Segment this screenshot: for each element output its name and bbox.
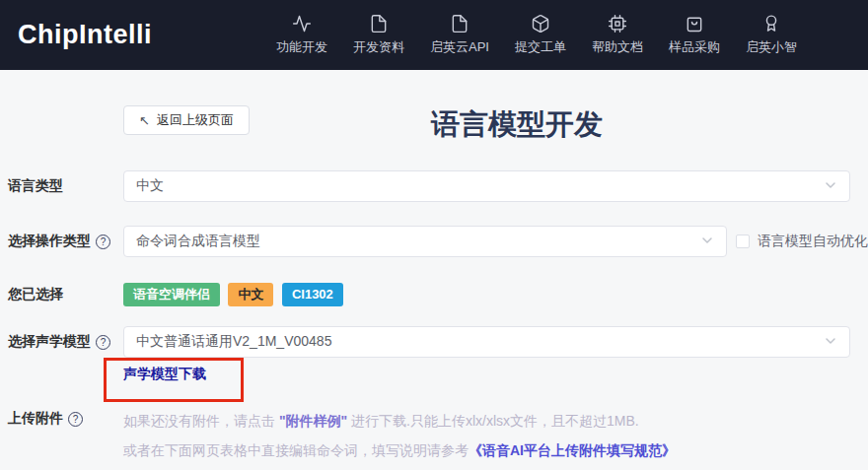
auto-optimize-checkbox-group[interactable]: 语言模型自动优化: [736, 233, 868, 250]
nav-item-label: 功能开发: [276, 38, 327, 56]
row-language-type: 语言类型 中文: [0, 170, 868, 202]
upload-spec-link[interactable]: 《语音AI平台上传附件填写规范》: [469, 442, 676, 458]
back-button[interactable]: ↖ 返回上级页面: [123, 105, 250, 135]
cpu-icon: [608, 14, 627, 34]
nav-item-dev-docs[interactable]: 开发资料: [353, 14, 404, 56]
nav-item-label: 帮助文档: [592, 38, 643, 56]
activity-icon: [292, 14, 312, 34]
language-type-value: 中文: [136, 177, 164, 195]
nav-item-cloud-api[interactable]: 启英云API: [430, 14, 489, 56]
upload-label: 上传附件 ?: [8, 410, 123, 428]
row-selected: 您已选择 语音空调伴侣 中文 CI1302: [0, 283, 868, 306]
row-acoustic-model: 选择声学模型 ? 中文普通话通用V2_1M_V00485: [0, 326, 868, 358]
arrow-up-left-icon: ↖: [139, 113, 150, 128]
language-type-select[interactable]: 中文: [123, 170, 850, 202]
chevron-down-icon: [700, 234, 714, 250]
nav-item-label: 启英小智: [746, 38, 797, 56]
tag-chip: CI1302: [282, 283, 343, 306]
top-navbar: ChipIntelli 功能开发 开发资料 启英云API 提交工单: [0, 0, 868, 70]
acoustic-model-download-link[interactable]: 声学模型下载: [123, 366, 206, 381]
operation-type-label: 选择操作类型 ?: [8, 233, 123, 250]
nav-item-qiying-ai[interactable]: 启英小智: [746, 14, 797, 56]
chevron-down-icon: [824, 178, 837, 195]
shopping-bag-icon: [685, 14, 704, 34]
operation-type-value: 命令词合成语言模型: [136, 233, 260, 250]
help-icon[interactable]: ?: [96, 235, 110, 249]
nav-item-sample-purchase[interactable]: 样品采购: [669, 14, 720, 56]
upload-help-text: 如果还没有附件，请点击 "附件样例" 进行下载.只能上传xlx/xlsx文件，且…: [123, 406, 676, 465]
file-icon: [450, 14, 470, 34]
tag-product: 语音空调伴侣: [123, 283, 220, 306]
row-upload-attachment: 上传附件 ? 如果还没有附件，请点击 "附件样例" 进行下载.只能上传xlx/x…: [0, 406, 868, 465]
chipintelli-logo: ChipIntelli: [18, 20, 152, 50]
file-icon: [369, 14, 389, 34]
package-icon: [531, 14, 550, 34]
help-icon[interactable]: ?: [68, 412, 83, 427]
nav-item-label: 启英云API: [430, 38, 489, 56]
nav-item-label: 开发资料: [353, 38, 404, 56]
nav-item-help-docs[interactable]: 帮助文档: [592, 14, 643, 56]
nav-menu: 功能开发 开发资料 启英云API 提交工单 帮助文档: [276, 14, 797, 56]
chevron-down-icon: [824, 334, 837, 351]
upload-help-line2: 或者在下面网页表格中直接编辑命令词，填写说明请参考《语音AI平台上传附件填写规范…: [123, 436, 676, 465]
nav-item-feature-dev[interactable]: 功能开发: [276, 14, 327, 56]
main-content: ↖ 返回上级页面 语言模型开发 语言类型 中文 选择操作类型 ? 命令词合成语言…: [0, 70, 868, 470]
selected-label: 您已选择: [8, 286, 123, 303]
upload-help-line1: 如果还没有附件，请点击 "附件样例" 进行下载.只能上传xlx/xlsx文件，且…: [123, 406, 676, 436]
nav-item-label: 提交工单: [515, 38, 566, 56]
acoustic-model-value: 中文普通话通用V2_1M_V00485: [136, 333, 331, 351]
attachment-sample-link[interactable]: "附件样例": [279, 413, 347, 429]
operation-type-select[interactable]: 命令词合成语言模型: [123, 226, 727, 257]
nav-item-label: 样品采购: [669, 38, 720, 56]
auto-optimize-checkbox[interactable]: [736, 235, 750, 248]
selected-tags: 语音空调伴侣 中文 CI1302: [123, 283, 347, 306]
language-type-label: 语言类型: [8, 177, 123, 195]
tag-language: 中文: [228, 283, 273, 306]
red-highlight-annotation: 声学模型下载: [104, 358, 244, 402]
acoustic-model-select[interactable]: 中文普通话通用V2_1M_V00485: [123, 326, 850, 358]
nav-item-submit-ticket[interactable]: 提交工单: [515, 14, 566, 56]
help-icon[interactable]: ?: [96, 335, 110, 350]
award-icon: [761, 14, 781, 34]
auto-optimize-label: 语言模型自动优化: [758, 233, 868, 250]
acoustic-model-label: 选择声学模型 ?: [8, 333, 123, 351]
row-operation-type: 选择操作类型 ? 命令词合成语言模型 语言模型自动优化: [0, 226, 868, 257]
page-header: ↖ 返回上级页面 语言模型开发: [0, 105, 868, 137]
back-button-label: 返回上级页面: [157, 111, 234, 129]
